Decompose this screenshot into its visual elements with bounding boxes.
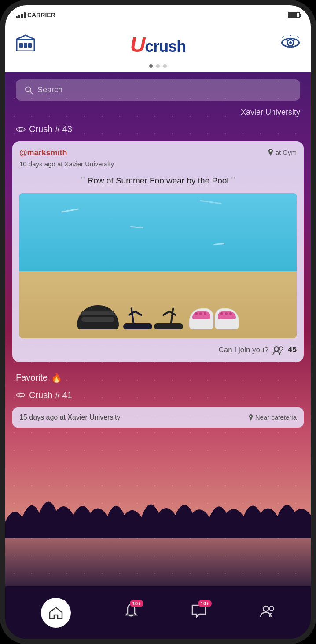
svg-point-6 [289,41,292,44]
svg-rect-4 [16,39,35,40]
post-card-43: @marksmith at Gym 10 days ago at Xavier … [12,141,304,362]
people-icon [272,345,284,355]
svg-point-16 [269,606,274,611]
close-quote: " [231,174,235,186]
svg-point-7 [26,87,30,91]
battery-icon [288,12,300,18]
location-text: at Gym [276,149,297,156]
svg-rect-1 [19,43,23,48]
svg-point-11 [274,347,279,351]
signal-bar-3 [21,14,23,18]
carrier-text: CARRIER [27,11,55,18]
svg-point-12 [279,347,283,350]
carrier-info: CARRIER [16,11,55,18]
trees-overlay [5,487,311,539]
post-location: at Gym [268,148,297,156]
crush-41-text: Crush # 41 [29,390,72,400]
crush-43-label: Crush # 43 [5,121,311,138]
post-quote: " Row of Summer Footwear by the Pool " [19,173,297,188]
tab-contacts[interactable] [260,604,276,622]
crush-41-label: Crush # 41 [5,387,311,404]
shoe-left [77,301,119,329]
status-bar: CARRIER [5,5,311,25]
svg-rect-2 [24,43,27,48]
messages-badge: 10+ [198,600,212,607]
signal-bar-1 [16,16,18,18]
shoe-middle [123,301,185,329]
svg-rect-3 [28,43,32,48]
logo-u: U [130,33,145,56]
svg-point-15 [263,606,268,611]
phone-frame: CARRIER Ucrush [0,0,316,644]
favorite-fire-icon: 🔥 [51,373,62,383]
home-icon [41,598,71,628]
post-meta: 10 days ago at Xavier University [19,160,297,168]
small-post-card-41: 15 days ago at Xavier University Near ca… [12,407,304,428]
svg-line-8 [30,91,33,94]
app-logo: Ucrush [35,33,281,57]
dot-3 [163,64,167,68]
svg-point-14 [250,415,251,417]
eye-small-icon-2 [16,392,26,399]
search-input[interactable] [37,85,291,95]
small-location-text: Near cafeteria [255,413,297,421]
search-container [5,72,311,108]
post-footer: Can I join you? 45 [19,344,297,355]
university-label: Xavier University [5,108,311,121]
open-quote: " [81,174,85,186]
post-username[interactable]: @marksmith [19,148,67,157]
battery-fill [289,13,297,17]
header: Ucrush [5,25,311,64]
location-icon-small [248,414,254,421]
main-content: Xavier University Crush # 43 @marksmith … [5,72,311,592]
search-icon [25,86,33,95]
building-icon[interactable] [16,34,35,55]
signal-bars [16,12,26,18]
svg-point-9 [19,128,22,131]
location-pin-icon [268,148,274,156]
tab-home[interactable] [41,598,71,628]
dot-2 [156,64,160,68]
join-count: 45 [288,345,297,355]
signal-bar-4 [24,12,26,18]
join-text: Can I join you? [219,346,268,355]
favorite-section: Favorite 🔥 [5,366,311,387]
eye-icon[interactable] [281,35,300,54]
small-post-time: 15 days ago at Xavier University [19,413,120,421]
post-image [19,193,297,338]
page-dots [5,64,311,72]
eye-small-icon [16,126,26,133]
small-post-location: Near cafeteria [248,413,297,421]
signal-bar-2 [18,15,20,18]
svg-point-13 [19,394,22,397]
crush-43-text: Crush # 43 [29,124,72,134]
contacts-icon [260,604,276,622]
logo-text: Ucrush [130,33,186,57]
svg-point-10 [270,150,272,152]
tab-notifications[interactable]: 10+ [124,604,138,622]
dot-1 [149,64,153,68]
notifications-badge: 10+ [130,600,143,607]
tab-bar: 10+ 10+ [5,586,311,639]
shoes-display [77,301,239,329]
tab-messages[interactable]: 10+ [191,604,206,622]
shoe-right [189,308,239,329]
logo-crush: crush [145,37,186,55]
post-header: @marksmith at Gym [19,148,297,157]
favorite-label: Favorite [16,373,48,383]
quote-text: Row of Summer Footwear by the Pool [87,176,228,185]
search-bar[interactable] [16,79,300,101]
